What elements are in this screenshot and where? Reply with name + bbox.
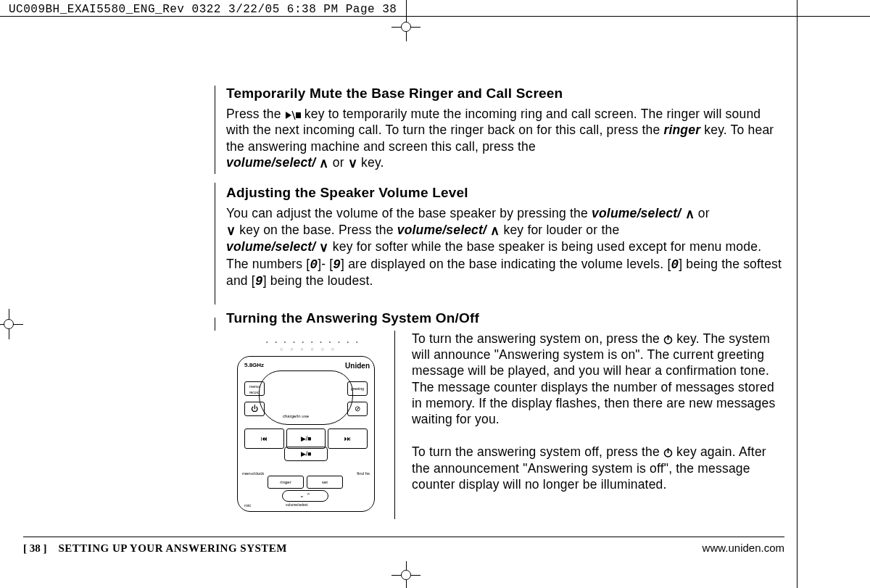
register-mark	[4, 319, 14, 329]
section-rule	[394, 331, 395, 519]
section2-title: Adjusting the Speaker Volume Level	[226, 185, 783, 201]
power-icon	[663, 331, 673, 346]
text: ] are displayed on the base indicating t…	[341, 257, 671, 271]
down-arrow-icon: ∨	[319, 239, 328, 255]
device-play-button: ▶/■	[286, 428, 326, 449]
text: You can adjust the volume of the base sp…	[226, 206, 592, 220]
section1-title: Temporarily Mute the Base Ringer and Cal…	[226, 86, 783, 102]
volume-select-label: volume/select/	[226, 239, 315, 254]
crop-mark	[406, 0, 407, 41]
device-ringer-button: ringer	[268, 476, 304, 489]
play-stop-icon	[285, 107, 301, 121]
svg-marker-0	[286, 112, 291, 119]
page-footer: [ 38 ] SETTING UP YOUR ANSWERING SYSTEM …	[23, 537, 784, 555]
text: key.	[361, 155, 384, 170]
text: To turn the answering system off, press …	[412, 444, 663, 459]
print-header-line: UC009BH_EXAI5580_ENG_Rev 0322 3/22/05 6:…	[9, 3, 397, 16]
text: To turn the answering system on, press t…	[412, 331, 663, 346]
device-play-stop-button: ▶/■	[284, 447, 328, 461]
text: key on the base. Press the	[239, 223, 397, 237]
text: Press the	[226, 107, 285, 121]
device-find-label: find hs	[357, 471, 370, 476]
up-arrow-icon: ∧	[685, 206, 695, 222]
volume-select-label: volume/select/	[397, 223, 486, 237]
volume-select-label: volume/select/	[592, 206, 681, 220]
text: ]- [	[318, 257, 333, 271]
text: or	[698, 206, 710, 220]
ringer-key-label: ringer	[663, 123, 700, 137]
device-greeting-button: greeting	[347, 381, 368, 396]
register-mark	[401, 22, 411, 32]
text: key for louder or the	[503, 223, 619, 237]
up-arrow-icon: ∧	[490, 223, 500, 239]
print-right-rule	[797, 0, 798, 588]
section2-body: You can adjust the volume of the base sp…	[226, 205, 783, 290]
section3-body: To turn the answering system on, press t…	[399, 331, 783, 518]
device-volume-label: volume/select	[286, 502, 308, 507]
digit-9: 9	[255, 274, 263, 289]
section1-body: Press the key to temporarily mute the in…	[226, 106, 783, 172]
text: or	[333, 155, 348, 170]
device-mic-label: mic	[244, 503, 251, 508]
register-mark	[401, 570, 411, 580]
down-arrow-icon: ∨	[348, 155, 357, 171]
footer-title: SETTING UP YOUR ANSWERING SYSTEM	[59, 542, 288, 555]
svg-rect-2	[296, 112, 301, 118]
device-power-button: ⏻	[244, 402, 265, 416]
down-arrow-icon: ∨	[226, 223, 236, 239]
device-menu-label: menu/clock	[242, 471, 264, 476]
digit-0: 0	[671, 257, 679, 272]
device-brand-label: Uniden	[345, 362, 370, 370]
device-freq-label: 5.8GHz	[244, 362, 264, 368]
page-content: Temporarily Mute the Base Ringer and Cal…	[213, 86, 783, 518]
footer-url: www.uniden.com	[703, 542, 784, 554]
volume-select-label: volume/select/	[226, 155, 315, 170]
device-forward-button: ⏭	[328, 428, 368, 449]
digit-0: 0	[310, 257, 318, 272]
power-icon	[663, 444, 673, 459]
device-rewind-button: ⏮	[244, 428, 284, 449]
digit-9: 9	[333, 257, 341, 272]
text: ] being the loudest.	[263, 273, 373, 288]
device-set-button: set	[307, 476, 343, 489]
device-memo-button: memo record	[244, 381, 265, 396]
device-charge-label: charge/in use	[283, 414, 309, 418]
section3-row: • • • • • • • • • • • ○ ○ ○ ○ ○ ○ 5.8GHz…	[226, 331, 783, 518]
page-number: [ 38 ]	[23, 542, 47, 555]
svg-line-1	[292, 111, 295, 120]
device-illustration: • • • • • • • • • • • ○ ○ ○ ○ ○ ○ 5.8GHz…	[226, 331, 399, 518]
device-cancel-button: ⊘	[347, 402, 368, 416]
device-volume-button: ⌄ ⌃	[282, 490, 328, 502]
print-top-rule	[0, 16, 870, 17]
section3-title: Turning the Answering System On/Off	[226, 310, 783, 326]
up-arrow-icon: ∧	[319, 155, 328, 171]
